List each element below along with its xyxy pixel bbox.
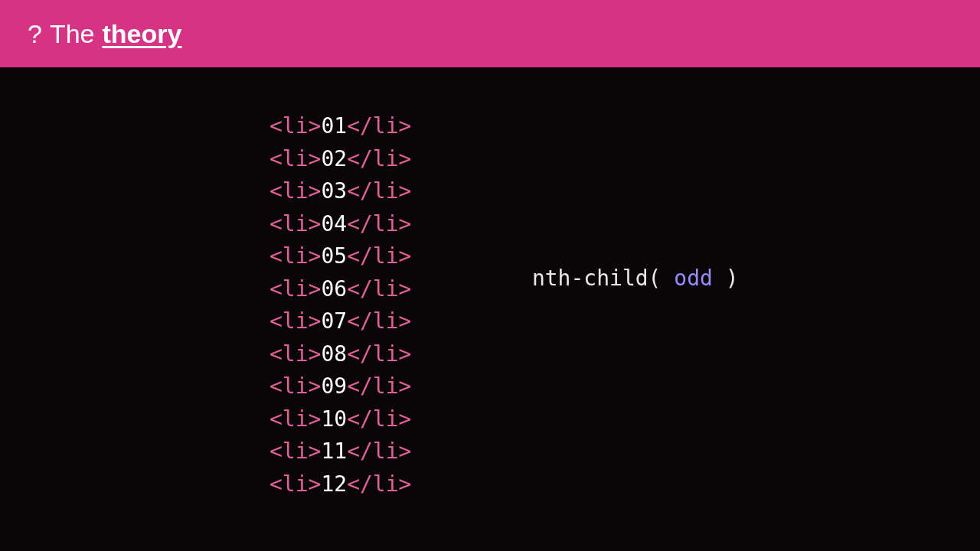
list-value: 02 [321, 146, 347, 171]
list-value: 09 [321, 373, 347, 399]
open-tag: <li> [270, 341, 321, 367]
code-list: <li>01</li><li>02</li><li>03</li><li>04<… [270, 110, 411, 501]
header-word-theory: theory [103, 19, 182, 49]
open-tag: <li> [270, 308, 321, 334]
list-value: 07 [321, 308, 347, 334]
list-value: 12 [321, 471, 347, 497]
code-line: <li>05</li> [270, 240, 411, 273]
list-value: 08 [321, 341, 347, 367]
code-line: <li>08</li> [270, 338, 411, 371]
close-tag: </li> [347, 146, 411, 171]
open-tag: <li> [270, 211, 321, 236]
code-line: <li>07</li> [270, 305, 411, 338]
open-tag: <li> [270, 178, 321, 204]
code-line: <li>01</li> [270, 110, 411, 143]
close-tag: </li> [347, 243, 411, 269]
code-line: <li>04</li> [270, 208, 411, 241]
close-tag: </li> [347, 276, 411, 302]
slide-header: ? The theory [0, 0, 980, 67]
code-line: <li>12</li> [270, 468, 411, 501]
list-value: 10 [321, 406, 347, 432]
close-tag: </li> [347, 439, 411, 464]
list-value: 01 [321, 113, 347, 139]
open-tag: <li> [270, 146, 321, 171]
selector-keyword: odd [674, 266, 713, 291]
open-tag: <li> [270, 471, 321, 497]
slide-content: <li>01</li><li>02</li><li>03</li><li>04<… [0, 67, 980, 501]
header-word-the: The [50, 19, 95, 49]
list-value: 05 [321, 243, 347, 269]
close-tag: </li> [347, 308, 411, 334]
selector-expression: nth-child( odd ) [480, 110, 738, 501]
code-line: <li>09</li> [270, 370, 411, 403]
open-tag: <li> [270, 373, 321, 399]
close-tag: </li> [347, 373, 411, 399]
list-value: 11 [321, 439, 347, 464]
open-tag: <li> [270, 243, 321, 269]
code-line: <li>03</li> [270, 175, 411, 208]
code-line: <li>10</li> [270, 403, 411, 436]
close-tag: </li> [347, 113, 411, 139]
header-prefix: ? [28, 19, 42, 49]
list-value: 03 [321, 178, 347, 204]
selector-suffix: ) [713, 266, 739, 291]
code-line: <li>11</li> [270, 435, 411, 468]
open-tag: <li> [270, 439, 321, 464]
list-value: 06 [321, 276, 347, 302]
code-line: <li>06</li> [270, 273, 411, 306]
close-tag: </li> [347, 211, 411, 236]
open-tag: <li> [270, 113, 321, 139]
close-tag: </li> [347, 341, 411, 367]
code-line: <li>02</li> [270, 143, 411, 176]
list-value: 04 [321, 211, 347, 236]
close-tag: </li> [347, 471, 411, 497]
selector-prefix: nth-child( [532, 266, 674, 291]
open-tag: <li> [270, 276, 321, 302]
close-tag: </li> [347, 406, 411, 432]
open-tag: <li> [270, 406, 321, 432]
close-tag: </li> [347, 178, 411, 204]
